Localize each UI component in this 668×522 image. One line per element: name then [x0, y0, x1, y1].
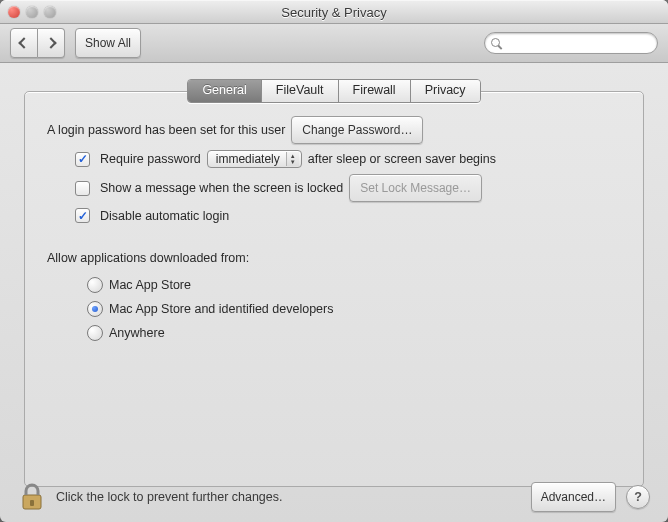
show-message-label: Show a message when the screen is locked: [100, 181, 343, 195]
change-password-button[interactable]: Change Password…: [291, 116, 423, 144]
general-panel: A login password has been set for this u…: [24, 91, 644, 487]
radio-anywhere-label: Anywhere: [109, 326, 165, 340]
lock-icon[interactable]: [18, 482, 46, 512]
gatekeeper-heading: Allow applications downloaded from:: [47, 251, 249, 265]
back-button[interactable]: [10, 28, 38, 58]
require-password-checkbox[interactable]: [75, 152, 90, 167]
tab-filevault[interactable]: FileVault: [262, 80, 339, 102]
forward-button[interactable]: [38, 28, 65, 58]
require-password-delay-popup[interactable]: immediately ▲▼: [207, 150, 302, 168]
require-password-label: Require password: [100, 152, 201, 166]
radio-mac-app-store[interactable]: [87, 277, 103, 293]
help-button[interactable]: ?: [626, 485, 650, 509]
titlebar: Security & Privacy: [0, 0, 668, 24]
tab-firewall[interactable]: Firewall: [339, 80, 411, 102]
show-all-button[interactable]: Show All: [75, 28, 141, 58]
tabs: General FileVault Firewall Privacy: [187, 79, 480, 103]
popup-arrows-icon: ▲▼: [286, 152, 299, 166]
require-password-delay-value: immediately: [216, 152, 280, 166]
lock-text: Click the lock to prevent further change…: [56, 490, 283, 504]
require-password-suffix: after sleep or screen saver begins: [308, 152, 496, 166]
show-message-checkbox[interactable]: [75, 181, 90, 196]
chevron-right-icon: [45, 37, 56, 48]
search-input[interactable]: [504, 35, 651, 51]
search-icon: [491, 38, 501, 49]
tab-general[interactable]: General: [188, 80, 261, 102]
window-title: Security & Privacy: [0, 5, 668, 20]
radio-anywhere-highlight: Anywhere: [87, 325, 165, 341]
disable-auto-login-checkbox[interactable]: [75, 208, 90, 223]
radio-identified-developers-label: Mac App Store and identified developers: [109, 302, 333, 316]
radio-anywhere[interactable]: [87, 325, 103, 341]
search-field[interactable]: [484, 32, 658, 54]
nav-buttons: [10, 28, 65, 58]
disable-auto-login-label: Disable automatic login: [100, 209, 229, 223]
password-set-text: A login password has been set for this u…: [47, 123, 285, 137]
footer: Click the lock to prevent further change…: [0, 472, 668, 522]
chevron-left-icon: [18, 37, 29, 48]
tab-privacy[interactable]: Privacy: [411, 80, 480, 102]
radio-identified-developers[interactable]: [87, 301, 103, 317]
svg-rect-1: [30, 500, 34, 506]
radio-mac-app-store-label: Mac App Store: [109, 278, 191, 292]
advanced-button[interactable]: Advanced…: [531, 482, 616, 512]
toolbar: Show All: [0, 24, 668, 63]
set-lock-message-button[interactable]: Set Lock Message…: [349, 174, 482, 202]
